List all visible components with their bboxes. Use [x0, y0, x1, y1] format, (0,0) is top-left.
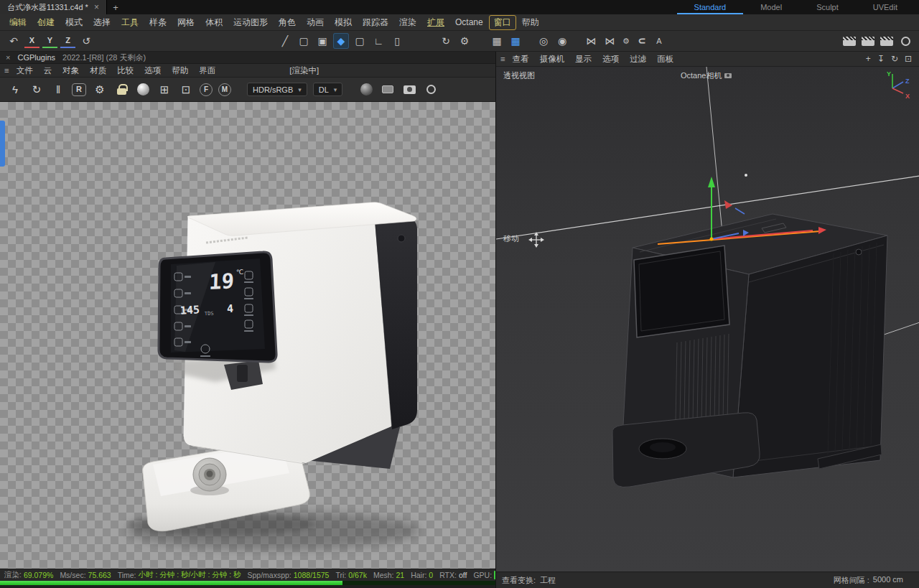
y-axis-lock-button[interactable]: Y	[42, 34, 57, 48]
menu-mode[interactable]: 模式	[60, 15, 88, 30]
viewport-menu-display[interactable]: 显示	[570, 54, 597, 65]
close-tab-icon[interactable]: ×	[94, 3, 99, 11]
grid-snap-icon[interactable]: ▦	[489, 33, 505, 49]
film-region-icon[interactable]	[380, 82, 396, 98]
viewport-menu-view[interactable]: 查看	[508, 54, 534, 65]
menu-tools[interactable]: 工具	[116, 15, 144, 30]
menu-animate[interactable]: 动画	[302, 15, 329, 30]
octane-menu-materials[interactable]: 材质	[85, 65, 111, 76]
octane-menu-objects[interactable]: 对象	[57, 65, 84, 76]
plane-object-icon[interactable]: ▯	[389, 33, 405, 49]
region-render-button[interactable]: R	[72, 83, 86, 96]
undo-icon[interactable]: ↶	[6, 33, 22, 49]
z-axis-lock-button[interactable]: Z	[60, 34, 75, 48]
pick-region-add-icon[interactable]: ⊞	[157, 82, 172, 98]
render-mode-dropdown[interactable]: DL ▾	[313, 83, 343, 96]
status-rtx: RTX:off	[439, 571, 467, 579]
symmetry-modeling-icon[interactable]: ⋈	[602, 33, 617, 49]
render-settings-gear-icon[interactable]: ⚙	[92, 82, 108, 98]
hamburger-icon[interactable]: ≡	[4, 66, 9, 75]
document-tab[interactable]: 台式净水器11331.c4d * ×	[0, 0, 107, 14]
layout-tab-model[interactable]: Model	[743, 0, 799, 14]
layout-tab-sculpt[interactable]: Sculpt	[799, 0, 856, 14]
octane-menu-interface[interactable]: 界面	[194, 65, 220, 76]
viewport-menu-options[interactable]: 选项	[597, 54, 624, 65]
viewport-menu-filter[interactable]: 过滤	[625, 54, 651, 65]
render-to-picture-viewer-icon[interactable]	[860, 33, 876, 49]
deformer-gear-icon[interactable]: ⚙	[457, 33, 472, 49]
spline-pen-icon[interactable]: ╱	[277, 33, 293, 49]
camera-imager-icon[interactable]	[401, 82, 417, 98]
x-axis-lock-button[interactable]: X	[24, 34, 39, 48]
main-toolbar: ↶ X Y Z ↺ ╱ ▢ ▣ ◆ ▢ ∟ ▯ ↻ ⚙ ▦ ▦ ◎ ◉ ⋈ ⋈ …	[0, 31, 919, 52]
octane-object-icon[interactable]: ◆	[333, 33, 349, 49]
axis-letter-icon[interactable]: A	[653, 33, 665, 49]
restart-render-icon[interactable]: ϟ	[7, 82, 23, 98]
menu-simulate[interactable]: 模拟	[330, 15, 357, 30]
menu-mograph[interactable]: 运动图形	[228, 15, 273, 30]
octane-menu-cloud[interactable]: 云	[39, 65, 57, 76]
menu-volume[interactable]: 体积	[200, 15, 228, 30]
menu-mesh[interactable]: 网格	[172, 15, 200, 30]
subdivision-surface-icon[interactable]: ▣	[314, 33, 330, 49]
primitive-cube-icon[interactable]: ▢	[296, 33, 312, 49]
lock-resolution-icon[interactable]	[113, 82, 129, 98]
toggle-view-icon[interactable]: ⊡	[905, 55, 912, 63]
symmetry-icon[interactable]: ⋈	[583, 33, 599, 49]
menu-character[interactable]: 角色	[274, 15, 301, 30]
octane-menu-file[interactable]: 文件	[11, 65, 38, 76]
viewport-scene: Y Z X	[496, 67, 919, 571]
instance-object-icon[interactable]: ▢	[352, 33, 368, 49]
menu-edit[interactable]: 编辑	[4, 15, 32, 30]
layout-tab-uvedit[interactable]: UVEdit	[856, 0, 915, 14]
refresh-render-icon[interactable]: ↻	[29, 82, 45, 98]
menu-tracker[interactable]: 跟踪器	[358, 15, 393, 30]
status-mssec: Ms/sec:75.663	[60, 571, 111, 579]
menu-select[interactable]: 选择	[88, 15, 116, 30]
octane-ball-icon[interactable]	[897, 33, 913, 49]
pan-view-icon[interactable]: +	[866, 55, 871, 63]
octane-menu-options[interactable]: 选项	[139, 65, 166, 76]
menu-octane[interactable]: Octane	[450, 16, 488, 29]
dolly-view-icon[interactable]: ↧	[877, 55, 885, 63]
viewport-menu-cameras[interactable]: 摄像机	[535, 54, 570, 65]
modeling-settings-gear-icon[interactable]: ⚙	[620, 33, 632, 49]
response-curve-dropdown[interactable]: HDR/sRGB ▾	[247, 83, 307, 96]
beauty-pass-icon[interactable]	[358, 82, 374, 98]
render-view-icon[interactable]	[841, 33, 857, 49]
coordinate-system-icon[interactable]: ↺	[78, 33, 94, 49]
close-panel-icon[interactable]: ×	[6, 53, 10, 62]
spline-corner-icon[interactable]: ∟	[370, 33, 386, 49]
octane-render-viewport[interactable]: 19 ℃ 145 TDS 4	[0, 102, 495, 569]
layout-tab-standard[interactable]: Standard	[677, 0, 744, 14]
hamburger-icon[interactable]: ≡	[500, 55, 505, 63]
rotate-view-icon[interactable]: ↻	[891, 55, 898, 63]
panel-edge-handle[interactable]	[0, 121, 5, 167]
octane-menu-compare[interactable]: 比较	[112, 65, 139, 76]
menu-spline[interactable]: 样条	[144, 15, 172, 30]
denoise-toggle-icon[interactable]	[423, 82, 439, 98]
film-settings-button[interactable]: F	[200, 83, 213, 96]
menu-window[interactable]: 窗口	[489, 15, 516, 30]
perspective-viewport[interactable]: Y Z X 透视视图	[496, 67, 919, 571]
new-tab-button[interactable]: +	[107, 0, 124, 14]
menu-extensions[interactable]: 扩展	[422, 15, 449, 30]
generators-icon[interactable]: ↻	[438, 33, 454, 49]
grid-snap-active-icon[interactable]: ▦	[508, 33, 523, 49]
target-dot-icon[interactable]: ◉	[554, 33, 570, 49]
viewport-menubar: ≡ 查看 摄像机 显示 选项 过滤 面板 + ↧ ↻ ⊡	[496, 52, 919, 67]
octane-panel-tab[interactable]: CGPlugins	[17, 53, 55, 62]
material-ball-icon[interactable]	[135, 82, 151, 98]
menu-create[interactable]: 创建	[32, 15, 60, 30]
octane-menu-help[interactable]: 帮助	[167, 65, 193, 76]
render-settings-icon[interactable]	[879, 33, 895, 49]
camera-object-label[interactable]: Octane相机	[681, 70, 732, 81]
material-picker-button[interactable]: M	[218, 83, 231, 96]
target-icon[interactable]: ◎	[536, 33, 551, 49]
pause-render-icon[interactable]: ‖	[50, 82, 66, 98]
pick-region-icon[interactable]: ⊡	[178, 82, 194, 98]
magnet-snap-icon[interactable]: ∪	[635, 33, 650, 49]
menu-help[interactable]: 帮助	[517, 15, 544, 30]
viewport-menu-panel[interactable]: 面板	[652, 54, 678, 65]
menu-render[interactable]: 渲染	[394, 15, 421, 30]
